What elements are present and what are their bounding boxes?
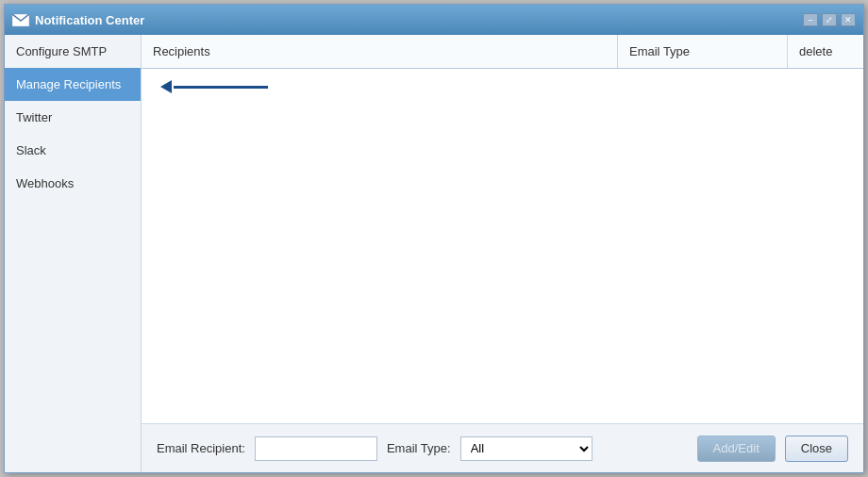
- sidebar-item-slack[interactable]: Slack: [5, 134, 141, 167]
- close-button-footer[interactable]: Close: [785, 436, 848, 462]
- email-recipient-input[interactable]: [255, 436, 377, 461]
- email-type-select[interactable]: All Alerts Reports Digest: [460, 436, 593, 461]
- col-header-delete: delete: [788, 35, 863, 68]
- window-body: Configure SMTP Manage Recipients Twitter…: [5, 35, 863, 472]
- sidebar-item-twitter[interactable]: Twitter: [5, 101, 141, 134]
- titlebar-controls: – ⤢ ✕: [803, 13, 856, 26]
- sidebar-item-manage-recipients[interactable]: Manage Recipients: [5, 68, 141, 101]
- mail-icon: [12, 14, 29, 26]
- email-type-label: Email Type:: [387, 441, 451, 455]
- notification-center-window: Notification Center – ⤢ ✕ Configure SMTP…: [4, 4, 864, 473]
- sidebar-item-configure-smtp[interactable]: Configure SMTP: [5, 35, 141, 68]
- window-title: Notification Center: [35, 13, 144, 27]
- main-area: Recipients Email Type delete Email Recip…: [142, 35, 863, 472]
- footer: Email Recipient: Email Type: All Alerts …: [142, 423, 863, 472]
- sidebar: Configure SMTP Manage Recipients Twitter…: [5, 35, 142, 472]
- add-edit-button[interactable]: Add/Edit: [697, 436, 776, 462]
- titlebar: Notification Center – ⤢ ✕: [5, 5, 863, 35]
- col-header-recipients: Recipients: [142, 35, 618, 68]
- table-body: [142, 69, 863, 423]
- col-header-email-type: Email Type: [618, 35, 788, 68]
- close-button[interactable]: ✕: [841, 13, 856, 26]
- sidebar-item-webhooks[interactable]: Webhooks: [5, 167, 141, 200]
- minimize-button[interactable]: –: [803, 13, 818, 26]
- restore-button[interactable]: ⤢: [822, 13, 837, 26]
- arrow-line: [174, 86, 268, 89]
- arrow-indicator: [160, 80, 268, 93]
- email-recipient-label: Email Recipient:: [157, 441, 245, 455]
- titlebar-left: Notification Center: [12, 13, 144, 27]
- table-header: Recipients Email Type delete: [142, 35, 863, 69]
- arrow-head: [160, 80, 172, 93]
